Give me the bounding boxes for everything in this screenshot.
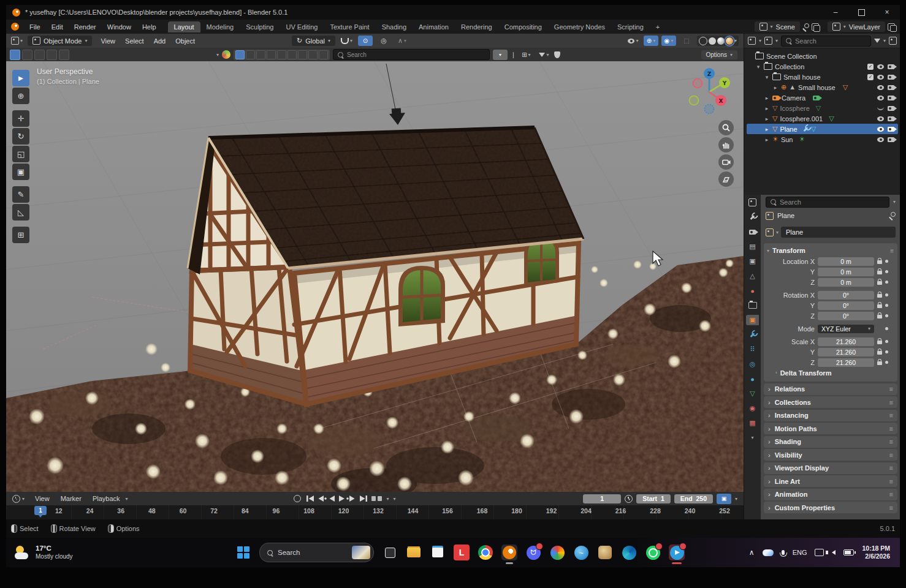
lock-icon[interactable] <box>877 315 882 318</box>
transform-panel-header[interactable]: ▾Transform ≡ <box>767 245 894 256</box>
tab-output[interactable]: ▤ <box>746 241 759 252</box>
zoom-button[interactable] <box>718 120 734 135</box>
tab-object-active[interactable]: ▣ <box>746 315 759 325</box>
filter-mesh-icon[interactable] <box>235 50 245 59</box>
tool-select-box[interactable]: ► <box>12 70 29 86</box>
tool-add-cube[interactable]: ⊞ <box>12 227 29 243</box>
animate-dot[interactable] <box>885 270 888 273</box>
chrome-button[interactable] <box>478 545 493 560</box>
lock-icon[interactable] <box>877 341 882 344</box>
scale-x-field[interactable]: 21.260 <box>818 337 874 346</box>
maximize-button[interactable] <box>848 5 874 20</box>
pin-icon[interactable] <box>802 23 809 31</box>
location-x-field[interactable]: 0 m <box>818 257 874 266</box>
tray-chevron-icon[interactable]: ∧ <box>749 548 755 557</box>
rotation-y-field[interactable]: 0° <box>818 301 874 310</box>
filter-lattice-icon[interactable] <box>298 50 307 59</box>
snap-toggle[interactable]: ▾ <box>339 36 354 46</box>
tab-constraints[interactable]: ● <box>746 374 759 384</box>
select-mode-new-icon[interactable] <box>10 50 20 60</box>
viewport-menu-item[interactable]: View <box>96 36 120 47</box>
exclude-checkbox[interactable] <box>867 74 874 80</box>
select-mode-subtract-icon[interactable] <box>34 50 45 60</box>
start-button[interactable] <box>235 545 251 560</box>
workspace-tab[interactable]: UV Editing <box>280 21 324 32</box>
playback-extra-dropdown[interactable]: ▾ <box>394 496 396 502</box>
exclude-checkbox[interactable] <box>867 64 874 70</box>
lock-icon[interactable] <box>877 281 882 285</box>
tool-move[interactable]: ✛ <box>12 110 29 127</box>
animate-dot[interactable] <box>885 281 888 284</box>
proportional-edit-toggle[interactable]: ◎ <box>376 36 391 46</box>
playback-controls[interactable] <box>305 494 383 503</box>
outliner-row-collection[interactable]: ▾ Collection <box>747 61 898 72</box>
ortho-toggle-button[interactable] <box>718 172 734 187</box>
timeline-menu-item[interactable]: Playback <box>87 493 126 504</box>
outliner-funnel-icon[interactable] <box>874 39 880 43</box>
tab-render[interactable] <box>746 227 759 237</box>
properties-section-header[interactable]: Collections <box>764 396 897 408</box>
lightshot-button[interactable]: L <box>454 545 470 560</box>
hide-eye-icon[interactable] <box>877 137 884 142</box>
filter-meta-icon[interactable] <box>267 50 276 59</box>
rotation-z-field[interactable]: 0° <box>818 312 874 320</box>
outliner-editor-icon[interactable] <box>748 37 756 45</box>
clock-widget[interactable]: 10:18 PM 2/6/2026 <box>862 545 890 560</box>
tool-annotate[interactable]: ✎ <box>12 186 29 203</box>
tool-cursor[interactable]: ⊕ <box>12 88 29 104</box>
task-view-button[interactable] <box>382 545 398 560</box>
outliner-row-sun[interactable]: ▸ ☀ Sun ☀ <box>747 134 898 145</box>
navigation-gizmo[interactable]: Z Y X <box>683 65 735 116</box>
filter-curve-icon[interactable] <box>246 50 255 59</box>
overlays-dropdown[interactable]: ◉▾ <box>661 36 676 46</box>
minimize-button[interactable]: – <box>823 5 848 20</box>
workspace-tab[interactable]: Scripting <box>611 21 650 32</box>
viewport-menu-item[interactable]: Select <box>120 36 149 47</box>
lock-icon[interactable] <box>877 361 882 365</box>
menu-item[interactable]: Help <box>137 21 162 32</box>
discord-button[interactable]: ᗢ <box>525 545 541 560</box>
display-filter-sphere-icon[interactable] <box>222 50 230 59</box>
falloff-dropdown[interactable]: ∧▾ <box>395 36 409 46</box>
frame-start-field[interactable]: Start 1 <box>636 494 671 503</box>
mode-selector[interactable]: Object Mode▾ <box>28 36 92 46</box>
workspace-tab[interactable]: Texture Paint <box>324 21 375 32</box>
animate-dot[interactable] <box>885 327 888 330</box>
filter-surface-icon[interactable] <box>256 50 265 59</box>
hide-eye-icon[interactable] <box>877 75 884 80</box>
hide-eye-icon[interactable] <box>877 96 884 100</box>
properties-section-header[interactable]: Shading <box>764 436 897 448</box>
gold-app-button[interactable] <box>597 545 613 560</box>
outliner-row-scene-collection[interactable]: Scene Collection <box>747 51 898 61</box>
tab-texture[interactable]: ▦ <box>746 418 759 428</box>
tab-particles[interactable]: ⠿ <box>746 344 759 355</box>
outliner-row-smallhouse-collection[interactable]: ▾ Small house <box>747 72 898 82</box>
scene-selector[interactable]: ▾ Scene <box>755 21 800 32</box>
outliner-row-smallhouse-object[interactable]: ▸ ⊕ ▲ Small house ▽ <box>747 82 898 92</box>
properties-search-input[interactable]: Search <box>766 197 889 208</box>
workspace-tab[interactable]: Rendering <box>455 21 498 32</box>
delta-transform-header[interactable]: ›Delta Transform <box>767 368 894 378</box>
edge-button[interactable] <box>621 545 637 560</box>
viewport-menu-item[interactable]: Add <box>149 36 171 47</box>
menu-item[interactable]: Render <box>69 21 102 32</box>
outliner-row-icosphere-001[interactable]: ▸ ▽ Icosphere.001 ▽ <box>747 113 898 124</box>
rendered-shading-icon[interactable] <box>726 37 733 45</box>
menu-item[interactable]: Edit <box>46 21 69 32</box>
animate-dot[interactable] <box>885 260 888 263</box>
blender-menu-icon[interactable] <box>11 23 19 31</box>
lock-icon[interactable] <box>877 260 882 264</box>
xray-toggle[interactable]: ⬚ <box>679 36 694 46</box>
workspace-tab[interactable]: Layout <box>168 21 200 32</box>
properties-section-header[interactable]: Motion Paths <box>764 423 897 434</box>
workspace-tab[interactable]: + <box>650 21 666 32</box>
blender-taskbar-button[interactable] <box>501 545 517 560</box>
options-button[interactable]: Options▾ <box>701 50 737 59</box>
telegram-button[interactable] <box>669 545 685 560</box>
select-mode-intersect-icon[interactable] <box>59 50 69 60</box>
lock-icon[interactable] <box>877 351 882 355</box>
properties-section-header[interactable]: Instancing <box>764 410 897 421</box>
editor-type-icon[interactable] <box>11 37 19 45</box>
properties-editor-icon[interactable] <box>746 197 759 208</box>
render-camera-icon[interactable] <box>888 137 894 142</box>
